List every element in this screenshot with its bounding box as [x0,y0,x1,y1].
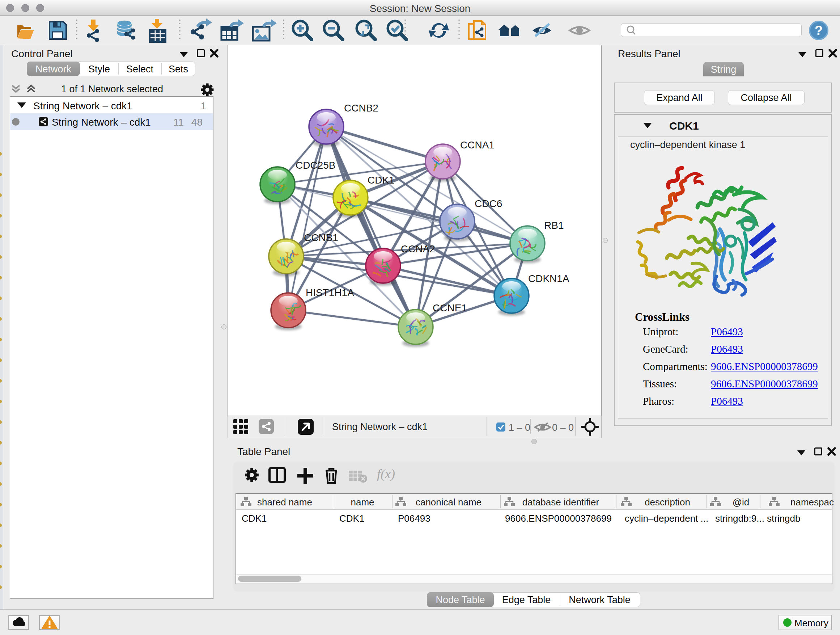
svg-text:?: ? [815,23,823,38]
svg-text:CCNE1: CCNE1 [433,302,467,314]
svg-text:CDC25B: CDC25B [295,160,335,171]
svg-text:CDK1: CDK1 [368,174,395,186]
svg-text:CCNB2: CCNB2 [344,103,378,114]
svg-text:CDKN1A: CDKN1A [528,273,569,284]
svg-text:HIST1H1A: HIST1H1A [306,287,354,298]
svg-text:RB1: RB1 [544,220,564,231]
svg-text:CCNA1: CCNA1 [460,139,494,150]
svg-text:CDC6: CDC6 [475,198,502,209]
svg-text:CCNA2: CCNA2 [401,243,435,255]
svg-text:CCNB1: CCNB1 [304,232,338,243]
